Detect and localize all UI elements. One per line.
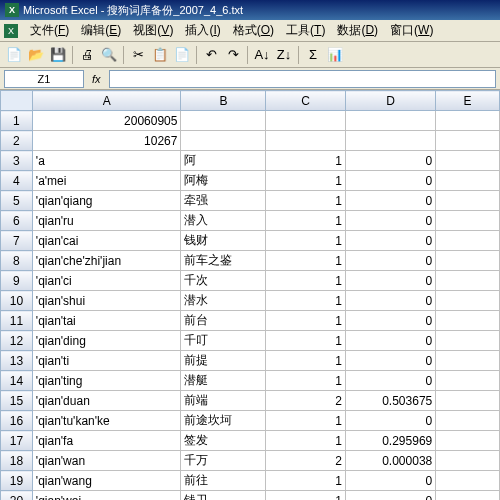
cell[interactable]: 'qian'shui xyxy=(32,291,181,311)
cell[interactable] xyxy=(436,211,500,231)
cell[interactable]: 0 xyxy=(346,271,436,291)
cell[interactable]: 前车之鉴 xyxy=(181,251,266,271)
cell[interactable]: 千万 xyxy=(181,451,266,471)
cell[interactable]: 0 xyxy=(346,291,436,311)
row-header[interactable]: 17 xyxy=(1,431,33,451)
cell[interactable]: 1 xyxy=(266,171,346,191)
cell[interactable]: 'qian'wang xyxy=(32,471,181,491)
cell[interactable]: 20060905 xyxy=(32,111,181,131)
new-icon[interactable]: 📄 xyxy=(4,45,24,65)
cell[interactable]: 1 xyxy=(266,251,346,271)
cell[interactable]: 'qian'wei xyxy=(32,491,181,501)
cell[interactable]: 'qian'ci xyxy=(32,271,181,291)
cell[interactable]: 'qian'ti xyxy=(32,351,181,371)
sum-icon[interactable]: Σ xyxy=(303,45,323,65)
cell[interactable]: 牵强 xyxy=(181,191,266,211)
cell[interactable]: 'a xyxy=(32,151,181,171)
chart-icon[interactable]: 📊 xyxy=(325,45,345,65)
cell[interactable]: 'qian'qiang xyxy=(32,191,181,211)
row-header[interactable]: 2 xyxy=(1,131,33,151)
cell[interactable]: 'qian'ru xyxy=(32,211,181,231)
row-header[interactable]: 19 xyxy=(1,471,33,491)
cell[interactable] xyxy=(436,451,500,471)
cell[interactable]: 0 xyxy=(346,311,436,331)
cell[interactable]: 'qian'wan xyxy=(32,451,181,471)
cell[interactable]: 0 xyxy=(346,371,436,391)
cell[interactable] xyxy=(436,291,500,311)
cell[interactable]: 1 xyxy=(266,331,346,351)
cell[interactable]: 1 xyxy=(266,211,346,231)
print-icon[interactable]: 🖨 xyxy=(77,45,97,65)
cell[interactable]: 潜艇 xyxy=(181,371,266,391)
col-header-d[interactable]: D xyxy=(346,91,436,111)
cell[interactable] xyxy=(436,351,500,371)
cell[interactable]: 'a'mei xyxy=(32,171,181,191)
cell[interactable]: 0 xyxy=(346,151,436,171)
cell[interactable] xyxy=(266,111,346,131)
menu-f[interactable]: 文件(F) xyxy=(24,20,75,41)
cell[interactable] xyxy=(436,191,500,211)
row-header[interactable]: 6 xyxy=(1,211,33,231)
cell[interactable] xyxy=(181,131,266,151)
cell[interactable]: 0 xyxy=(346,471,436,491)
cell[interactable]: 潜入 xyxy=(181,211,266,231)
menu-w[interactable]: 窗口(W) xyxy=(384,20,439,41)
cell[interactable]: 0 xyxy=(346,251,436,271)
cell[interactable]: 钱卫 xyxy=(181,491,266,501)
row-header[interactable]: 1 xyxy=(1,111,33,131)
cell[interactable] xyxy=(436,131,500,151)
cell[interactable] xyxy=(346,131,436,151)
cell[interactable]: 2 xyxy=(266,391,346,411)
row-header[interactable]: 5 xyxy=(1,191,33,211)
row-header[interactable]: 13 xyxy=(1,351,33,371)
cell[interactable]: 潜水 xyxy=(181,291,266,311)
cell[interactable] xyxy=(181,111,266,131)
redo-icon[interactable]: ↷ xyxy=(223,45,243,65)
cell[interactable]: 前提 xyxy=(181,351,266,371)
row-header[interactable]: 12 xyxy=(1,331,33,351)
cell[interactable] xyxy=(436,371,500,391)
copy-icon[interactable]: 📋 xyxy=(150,45,170,65)
cell[interactable]: 千次 xyxy=(181,271,266,291)
cell[interactable] xyxy=(436,491,500,501)
cell[interactable]: 前台 xyxy=(181,311,266,331)
row-header[interactable]: 7 xyxy=(1,231,33,251)
cell[interactable]: 'qian'cai xyxy=(32,231,181,251)
cell[interactable]: 0 xyxy=(346,331,436,351)
cell[interactable] xyxy=(436,331,500,351)
sort-asc-icon[interactable]: A↓ xyxy=(252,45,272,65)
cell[interactable]: 'qian'che'zhi'jian xyxy=(32,251,181,271)
menu-v[interactable]: 视图(V) xyxy=(127,20,179,41)
cell[interactable]: 'qian'duan xyxy=(32,391,181,411)
cell[interactable]: 1 xyxy=(266,491,346,501)
save-icon[interactable]: 💾 xyxy=(48,45,68,65)
cell[interactable]: 1 xyxy=(266,471,346,491)
row-header[interactable]: 11 xyxy=(1,311,33,331)
cell[interactable]: 2 xyxy=(266,451,346,471)
row-header[interactable]: 18 xyxy=(1,451,33,471)
cell[interactable]: 'qian'tu'kan'ke xyxy=(32,411,181,431)
cell[interactable]: 钱财 xyxy=(181,231,266,251)
formula-input[interactable] xyxy=(109,70,496,88)
cell[interactable]: 0.295969 xyxy=(346,431,436,451)
preview-icon[interactable]: 🔍 xyxy=(99,45,119,65)
app-icon[interactable]: X xyxy=(4,24,18,38)
row-header[interactable]: 10 xyxy=(1,291,33,311)
cell[interactable]: 1 xyxy=(266,151,346,171)
name-box[interactable]: Z1 xyxy=(4,70,84,88)
menu-e[interactable]: 编辑(E) xyxy=(75,20,127,41)
undo-icon[interactable]: ↶ xyxy=(201,45,221,65)
cell[interactable]: 'qian'ding xyxy=(32,331,181,351)
cell[interactable]: 阿 xyxy=(181,151,266,171)
row-header[interactable]: 16 xyxy=(1,411,33,431)
cell[interactable] xyxy=(436,271,500,291)
cell[interactable]: 1 xyxy=(266,311,346,331)
row-header[interactable]: 9 xyxy=(1,271,33,291)
fx-label[interactable]: fx xyxy=(92,73,101,85)
row-header[interactable]: 15 xyxy=(1,391,33,411)
cell[interactable]: 'qian'ting xyxy=(32,371,181,391)
cell[interactable] xyxy=(436,471,500,491)
row-header[interactable]: 20 xyxy=(1,491,33,501)
row-header[interactable]: 4 xyxy=(1,171,33,191)
cut-icon[interactable]: ✂ xyxy=(128,45,148,65)
